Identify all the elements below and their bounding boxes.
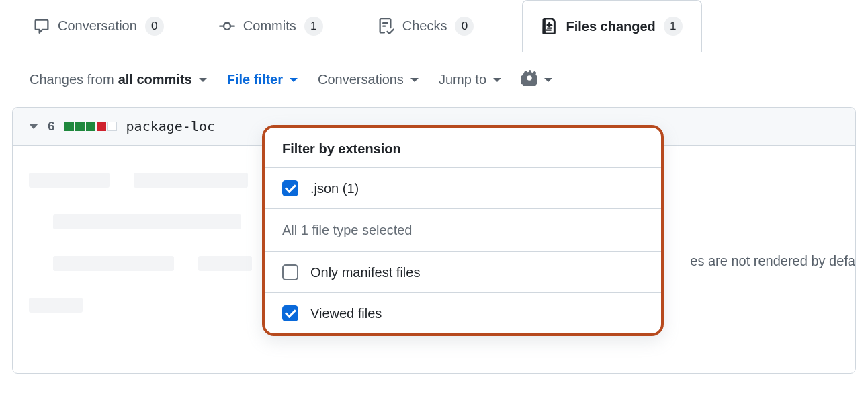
jump-to-dropdown[interactable]: Jump to bbox=[439, 72, 501, 87]
caret-down-icon bbox=[410, 78, 419, 82]
filter-ext-json[interactable]: .json (1) bbox=[265, 168, 661, 209]
filter-ext-label: .json (1) bbox=[310, 181, 359, 196]
file-diff-icon bbox=[541, 18, 558, 34]
checkbox-checked-icon[interactable] bbox=[282, 180, 298, 196]
conversations-label: Conversations bbox=[318, 72, 404, 87]
tab-files-label: Files changed bbox=[566, 19, 655, 34]
filter-viewed-label: Viewed files bbox=[310, 306, 382, 321]
gear-icon bbox=[521, 70, 537, 89]
filter-manifest-label: Only manifest files bbox=[310, 265, 420, 280]
filter-viewed-files[interactable]: Viewed files bbox=[265, 293, 661, 333]
diff-add-square bbox=[86, 122, 95, 131]
checkbox-unchecked-icon[interactable] bbox=[282, 264, 298, 280]
diff-neutral-square bbox=[107, 122, 117, 131]
comment-icon bbox=[34, 18, 50, 34]
diff-toolbar: Changes from all commits File filter Con… bbox=[0, 52, 868, 107]
changes-scope: all commits bbox=[118, 72, 192, 87]
jump-to-label: Jump to bbox=[439, 72, 486, 87]
tab-conversation-count: 0 bbox=[145, 17, 164, 36]
changes-prefix: Changes from bbox=[30, 72, 114, 87]
popover-title: Filter by extension bbox=[265, 128, 661, 168]
file-filter-label: File filter bbox=[227, 72, 283, 87]
not-rendered-note: es are not rendered by defa bbox=[690, 253, 855, 269]
file-filter-popover: Filter by extension .json (1) All 1 file… bbox=[262, 125, 664, 336]
tab-checks[interactable]: Checks 0 bbox=[372, 1, 489, 52]
checkbox-checked-icon[interactable] bbox=[282, 305, 298, 321]
diff-del-square bbox=[97, 122, 106, 131]
diff-settings-dropdown[interactable] bbox=[521, 70, 552, 89]
tab-commits-count: 1 bbox=[304, 17, 323, 36]
filter-summary: All 1 file type selected bbox=[265, 209, 661, 252]
caret-down-icon bbox=[493, 78, 501, 82]
tab-checks-count: 0 bbox=[455, 17, 474, 36]
tab-files-count: 1 bbox=[664, 17, 683, 36]
tab-checks-label: Checks bbox=[402, 18, 447, 34]
chevron-down-icon[interactable] bbox=[29, 124, 38, 129]
caret-down-icon bbox=[544, 78, 552, 82]
git-commit-icon bbox=[219, 18, 235, 34]
file-filter-dropdown[interactable]: File filter bbox=[227, 72, 298, 87]
caret-down-icon bbox=[290, 78, 298, 82]
checklist-icon bbox=[378, 18, 394, 34]
diff-add-square bbox=[75, 122, 85, 131]
file-name[interactable]: package-loc bbox=[126, 118, 215, 134]
caret-down-icon bbox=[199, 78, 207, 82]
changes-from-dropdown[interactable]: Changes from all commits bbox=[30, 72, 207, 87]
tab-commits-label: Commits bbox=[243, 18, 296, 34]
diff-stat-count: 6 bbox=[48, 119, 55, 134]
filter-only-manifest[interactable]: Only manifest files bbox=[265, 252, 661, 293]
tab-commits[interactable]: Commits 1 bbox=[212, 1, 338, 52]
tab-files-changed[interactable]: Files changed 1 bbox=[522, 0, 701, 52]
tab-conversation[interactable]: Conversation 0 bbox=[27, 1, 179, 52]
tab-conversation-label: Conversation bbox=[58, 18, 137, 34]
pr-tabs: Conversation 0 Commits 1 Checks 0 Files … bbox=[0, 0, 868, 52]
diff-add-square bbox=[64, 122, 74, 131]
conversations-dropdown[interactable]: Conversations bbox=[318, 72, 419, 87]
diff-stat-bar bbox=[64, 122, 117, 131]
